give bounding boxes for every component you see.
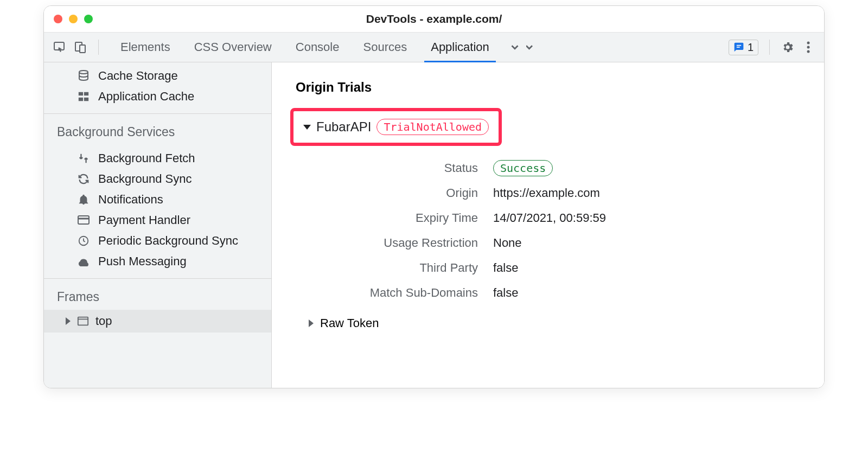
main-panel: Origin Trials FubarAPI TrialNotAllowed S… xyxy=(272,62,824,388)
section-title: Origin Trials xyxy=(296,80,809,95)
push-icon xyxy=(76,254,91,269)
svg-rect-9 xyxy=(79,92,83,95)
maximize-window-button[interactable] xyxy=(84,15,93,23)
detail-label: Expiry Time xyxy=(320,211,493,225)
detail-label: Match Sub-Domains xyxy=(320,286,493,300)
tab-application[interactable]: Application xyxy=(419,33,501,62)
device-toolbar-icon[interactable] xyxy=(73,40,87,54)
minimize-window-button[interactable] xyxy=(69,15,78,23)
svg-rect-12 xyxy=(84,98,88,101)
background-fetch-icon xyxy=(76,151,91,165)
tab-sources[interactable]: Sources xyxy=(351,33,419,62)
more-options-icon[interactable] xyxy=(801,40,815,54)
detail-label: Status xyxy=(320,161,493,175)
titlebar: DevTools - example.com/ xyxy=(44,6,824,32)
trial-status-badge: TrialNotAllowed xyxy=(376,119,489,135)
svg-point-8 xyxy=(79,71,88,74)
sidebar-item-label: Cache Storage xyxy=(98,69,178,83)
detail-row-usage: Usage Restriction None xyxy=(320,231,809,255)
raw-token-row[interactable]: Raw Token xyxy=(309,316,809,330)
settings-icon[interactable] xyxy=(781,40,795,54)
devtools-window: DevTools - example.com/ Elements CSS Ove… xyxy=(43,5,825,388)
frame-label: top xyxy=(95,314,112,328)
detail-row-thirdparty: Third Party false xyxy=(320,255,809,280)
svg-rect-11 xyxy=(79,98,83,101)
svg-rect-3 xyxy=(737,45,741,46)
detail-label: Third Party xyxy=(320,261,493,275)
svg-rect-16 xyxy=(78,317,88,325)
detail-row-subdomains: Match Sub-Domains false xyxy=(320,280,809,305)
frame-icon xyxy=(76,314,90,328)
panel-tabs: Elements CSS Overview Console Sources Ap… xyxy=(108,33,546,62)
inspect-element-icon[interactable] xyxy=(53,40,67,54)
detail-label: Origin xyxy=(320,186,493,200)
sidebar-item-label: Push Messaging xyxy=(98,254,187,269)
window-controls xyxy=(54,15,93,23)
origin-trial-highlight: FubarAPI TrialNotAllowed xyxy=(290,108,502,146)
close-window-button[interactable] xyxy=(54,15,62,23)
svg-point-5 xyxy=(807,42,810,44)
sidebar-header-frames: Frames xyxy=(44,282,271,310)
sidebar-item-label: Application Cache xyxy=(98,90,194,104)
detail-value: 14/07/2021, 00:59:59 xyxy=(493,211,606,225)
sidebar-item-background-sync[interactable]: Background Sync xyxy=(44,169,271,189)
svg-point-6 xyxy=(807,46,810,49)
sidebar-frame-top[interactable]: top xyxy=(44,310,271,333)
toolbar-separator xyxy=(769,40,770,55)
issues-badge[interactable]: 1 xyxy=(729,40,758,55)
app-cache-icon xyxy=(76,90,91,104)
collapse-icon xyxy=(303,122,311,132)
tab-elements[interactable]: Elements xyxy=(108,33,182,62)
notifications-icon xyxy=(76,193,91,207)
detail-value: None xyxy=(493,236,522,250)
issues-icon xyxy=(733,42,744,53)
sidebar-header-background: Background Services xyxy=(44,117,271,145)
sidebar-item-payment-handler[interactable]: Payment Handler xyxy=(44,210,271,231)
payment-icon xyxy=(76,213,91,227)
sidebar-item-label: Notifications xyxy=(98,193,163,207)
svg-rect-10 xyxy=(84,92,88,95)
sidebar-item-label: Background Fetch xyxy=(98,151,195,165)
detail-value: false xyxy=(493,286,518,300)
sidebar-item-periodic-sync[interactable]: Periodic Background Sync xyxy=(44,231,271,251)
status-pill: Success xyxy=(493,160,553,176)
svg-point-7 xyxy=(807,50,810,53)
periodic-sync-icon xyxy=(76,234,91,248)
sidebar: Cache Storage Application Cache Backgrou… xyxy=(44,62,272,388)
detail-row-status: Status Success xyxy=(320,156,809,181)
trial-name: FubarAPI xyxy=(316,119,371,135)
tab-console[interactable]: Console xyxy=(284,33,352,62)
svg-rect-4 xyxy=(737,47,740,48)
cache-storage-icon xyxy=(76,69,91,83)
svg-rect-13 xyxy=(78,216,89,224)
sidebar-item-cache-storage[interactable]: Cache Storage xyxy=(44,66,271,86)
detail-value: false xyxy=(493,261,518,275)
toolbar: Elements CSS Overview Console Sources Ap… xyxy=(44,32,824,62)
detail-value: https://example.com xyxy=(493,186,600,200)
issues-count: 1 xyxy=(748,41,754,54)
detail-label: Usage Restriction xyxy=(320,236,493,250)
svg-rect-2 xyxy=(80,45,85,53)
tab-css-overview[interactable]: CSS Overview xyxy=(182,33,284,62)
expand-icon xyxy=(66,314,71,328)
toolbar-separator xyxy=(98,40,99,55)
expand-icon xyxy=(309,316,314,330)
sidebar-item-application-cache[interactable]: Application Cache xyxy=(44,86,271,107)
raw-token-label: Raw Token xyxy=(320,316,379,330)
sidebar-item-background-fetch[interactable]: Background Fetch xyxy=(44,148,271,169)
origin-trial-row[interactable]: FubarAPI TrialNotAllowed xyxy=(303,119,489,135)
detail-row-origin: Origin https://example.com xyxy=(320,181,809,206)
detail-row-expiry: Expiry Time 14/07/2021, 00:59:59 xyxy=(320,206,809,231)
window-title: DevTools - example.com/ xyxy=(44,12,824,25)
sidebar-item-label: Payment Handler xyxy=(98,213,190,227)
more-tabs-chevron[interactable] xyxy=(519,33,546,62)
sidebar-item-label: Background Sync xyxy=(98,172,192,186)
background-sync-icon xyxy=(76,172,91,186)
sidebar-item-push-messaging[interactable]: Push Messaging xyxy=(44,251,271,272)
trial-details: Status Success Origin https://example.co… xyxy=(320,156,809,305)
sidebar-item-label: Periodic Background Sync xyxy=(98,234,238,248)
sidebar-item-notifications[interactable]: Notifications xyxy=(44,189,271,210)
